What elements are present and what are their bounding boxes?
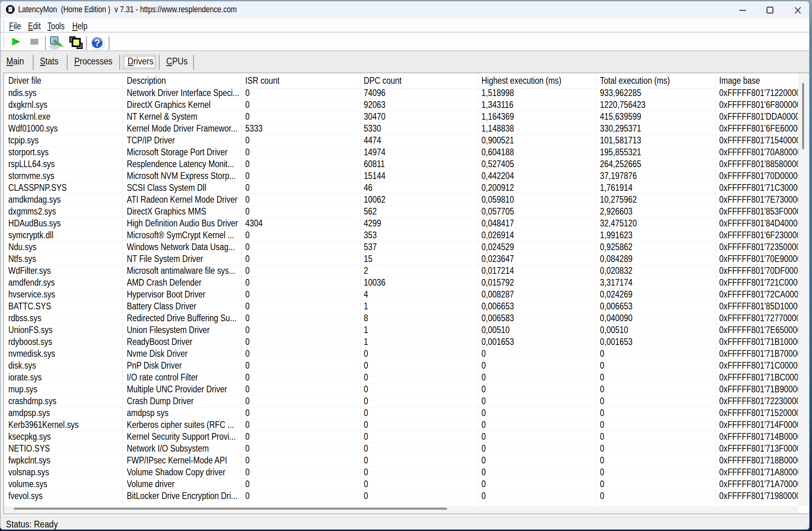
svg-text:?: ? [94, 38, 100, 48]
